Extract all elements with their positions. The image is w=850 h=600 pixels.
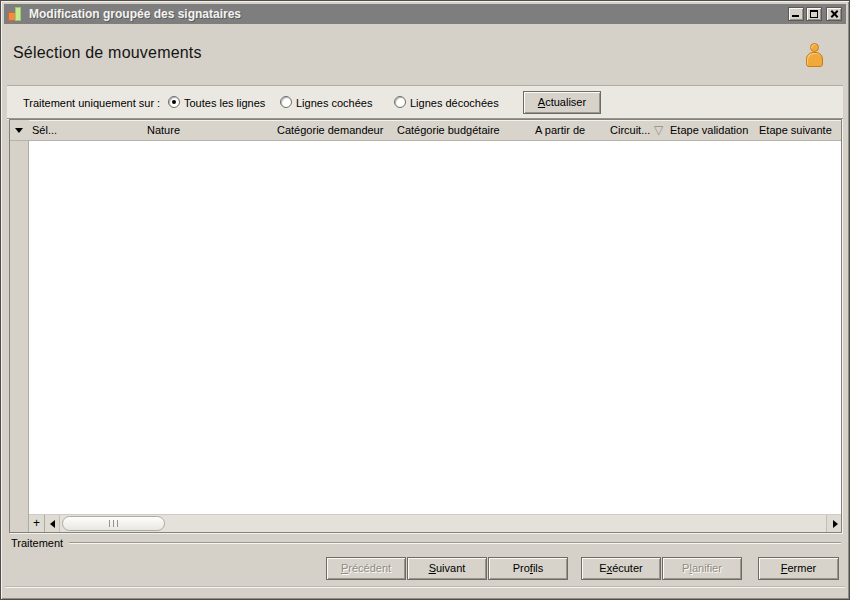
- radio-unchecked-lines[interactable]: [394, 96, 406, 108]
- scrollbar-thumb[interactable]: [62, 516, 165, 531]
- app-icon-green-bar: [15, 7, 21, 21]
- column-header-selection[interactable]: Sél...: [32, 124, 57, 136]
- dialog-window: Modification groupée des signataires Sél…: [0, 0, 850, 600]
- page-title: Sélection de mouvements: [13, 44, 202, 62]
- app-icon: [7, 6, 23, 22]
- profiles-button[interactable]: Profils: [488, 557, 568, 580]
- filter-icon[interactable]: ▽: [654, 123, 663, 137]
- add-row-button[interactable]: +: [29, 515, 45, 532]
- radio-all-lines[interactable]: [168, 96, 180, 108]
- scroll-left-button[interactable]: [45, 515, 60, 532]
- dropdown-arrow-icon: [15, 128, 23, 133]
- row-selector-gutter: [10, 120, 29, 532]
- radio-all-lines-label[interactable]: Toutes les lignes: [184, 97, 265, 109]
- column-header-categorie-demandeur[interactable]: Catégorie demandeur: [277, 124, 383, 136]
- schedule-button[interactable]: Planifier: [662, 557, 742, 580]
- filter-bar-label: Traitement uniquement sur :: [23, 97, 160, 109]
- select-all-header-cell[interactable]: [10, 120, 29, 141]
- horizontal-scrollbar[interactable]: [45, 515, 841, 532]
- column-header-a-partir-de[interactable]: A partir de: [535, 124, 585, 136]
- minimize-icon: [792, 15, 799, 17]
- scroll-left-icon: [50, 520, 55, 528]
- window-title: Modification groupée des signataires: [29, 7, 241, 21]
- radio-checked-lines-label[interactable]: Lignes cochées: [296, 97, 372, 109]
- refresh-button[interactable]: Actualiser: [523, 91, 601, 114]
- column-header-etape-suivante[interactable]: Etape suivante: [759, 124, 832, 136]
- table-header: Sél... Nature Catégorie demandeur Catégo…: [10, 120, 841, 141]
- column-header-categorie-budgetaire[interactable]: Catégorie budgétaire: [397, 124, 500, 136]
- bottom-divider: [5, 586, 845, 588]
- scroll-right-icon: [833, 520, 838, 528]
- close-dialog-button[interactable]: Fermer: [758, 557, 839, 580]
- filter-bar: Traitement uniquement sur : Toutes les l…: [7, 85, 843, 119]
- radio-checked-lines[interactable]: [280, 96, 292, 108]
- title-bar[interactable]: Modification groupée des signataires: [4, 4, 846, 24]
- movements-table: Sél... Nature Catégorie demandeur Catégo…: [9, 119, 842, 533]
- minimize-button[interactable]: [788, 7, 804, 21]
- execute-button[interactable]: Exécuter: [581, 557, 661, 580]
- treatment-group-label: Traitement: [11, 537, 63, 549]
- user-icon: [804, 43, 824, 69]
- maximize-icon: [810, 10, 818, 18]
- window-controls: [786, 7, 842, 21]
- table-scroll-row: +: [29, 514, 841, 532]
- column-header-circuit[interactable]: Circuit...: [610, 124, 650, 136]
- column-header-etape-validation[interactable]: Etape validation: [670, 124, 748, 136]
- column-header-nature[interactable]: Nature: [147, 124, 180, 136]
- scroll-right-button[interactable]: [826, 515, 841, 532]
- maximize-button[interactable]: [806, 7, 822, 21]
- radio-unchecked-lines-label[interactable]: Lignes décochées: [410, 97, 499, 109]
- treatment-group-line: [69, 542, 841, 544]
- close-button[interactable]: [826, 7, 842, 21]
- previous-button[interactable]: Précédent: [326, 557, 406, 580]
- next-button[interactable]: Suivant: [407, 557, 487, 580]
